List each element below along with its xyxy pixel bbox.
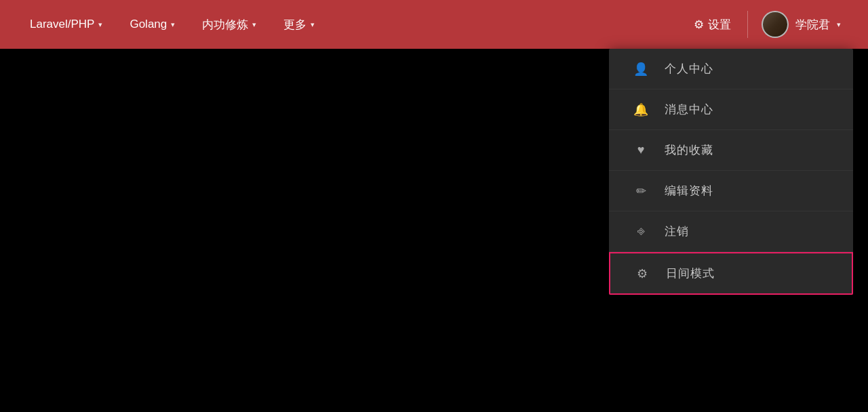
nav-neigong-label: 内功修炼 (202, 17, 248, 33)
nav-settings-label: 设置 (708, 17, 731, 33)
nav-golang-chevron: ▾ (171, 20, 175, 29)
menu-item-logout[interactable]: ⎆ 注销 (609, 211, 853, 252)
nav-user-label: 学院君 (795, 17, 830, 33)
menu-item-messages[interactable]: 🔔 消息中心 (609, 89, 853, 130)
nav-golang-label: Golang (130, 18, 167, 31)
day-mode-gear-icon: ⚙ (635, 266, 650, 281)
nav-laravel-label: Laravel/PHP (30, 18, 94, 31)
menu-item-favorites[interactable]: ♥ 我的收藏 (609, 130, 853, 171)
heart-icon: ♥ (633, 143, 648, 157)
nav-item-more[interactable]: 更多 ▾ (270, 0, 328, 49)
nav-divider (747, 11, 748, 38)
menu-favorites-label: 我的收藏 (665, 142, 713, 158)
nav-laravel-chevron: ▾ (98, 20, 102, 29)
gear-icon: ⚙ (694, 18, 704, 32)
navbar: Laravel/PHP ▾ Golang ▾ 内功修炼 ▾ 更多 ▾ ⚙ 设置 … (0, 0, 868, 49)
nav-more-label: 更多 (283, 17, 307, 33)
nav-item-neigong[interactable]: 内功修炼 ▾ (189, 0, 270, 49)
menu-edit-label: 编辑资料 (665, 183, 713, 199)
nav-item-golang[interactable]: Golang ▾ (116, 0, 189, 49)
pencil-icon: ✏ (633, 184, 648, 199)
nav-item-settings[interactable]: ⚙ 设置 (680, 0, 745, 49)
nav-neigong-chevron: ▾ (252, 20, 256, 29)
nav-more-chevron: ▾ (311, 20, 315, 29)
avatar (762, 11, 789, 38)
nav-item-laravel[interactable]: Laravel/PHP ▾ (16, 0, 116, 49)
avatar-image (763, 11, 787, 38)
nav-user-menu[interactable]: 学院君 ▾ (751, 0, 852, 49)
menu-profile-label: 个人中心 (665, 61, 713, 77)
menu-item-edit-profile[interactable]: ✏ 编辑资料 (609, 171, 853, 211)
logout-icon: ⎆ (633, 224, 648, 239)
menu-messages-label: 消息中心 (665, 102, 713, 117)
menu-logout-label: 注销 (665, 224, 689, 239)
nav-user-chevron: ▾ (837, 20, 841, 29)
menu-item-profile[interactable]: 👤 个人中心 (609, 49, 853, 89)
user-dropdown-menu: 👤 个人中心 🔔 消息中心 ♥ 我的收藏 ✏ 编辑资料 ⎆ 注销 ⚙ 日间模式 (609, 49, 853, 295)
menu-item-day-mode[interactable]: ⚙ 日间模式 (609, 252, 853, 295)
person-icon: 👤 (633, 62, 648, 77)
bell-icon: 🔔 (633, 102, 648, 117)
menu-day-mode-label: 日间模式 (666, 266, 715, 281)
